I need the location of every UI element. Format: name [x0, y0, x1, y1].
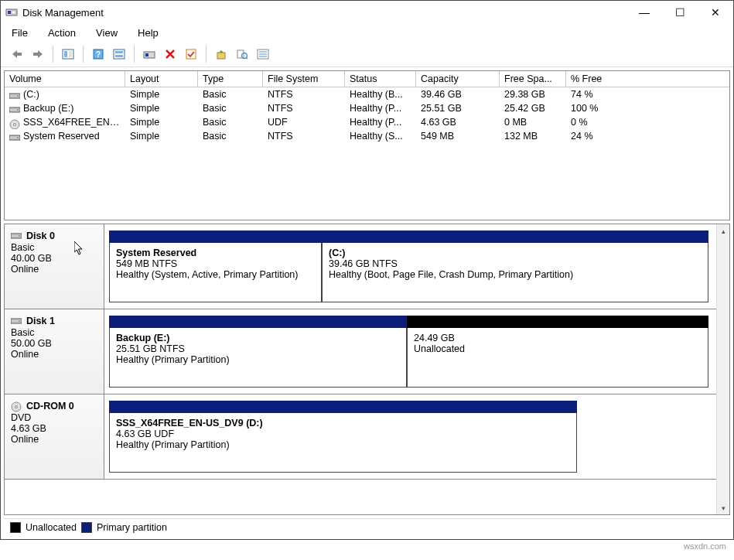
svg-rect-1 [8, 11, 11, 14]
partition-body: 24.49 GBUnallocated [407, 328, 708, 388]
cell-percent: 0 % [566, 115, 617, 129]
partition[interactable]: Backup (E:)25.51 GB NTFSHealthy (Primary… [109, 316, 407, 388]
header-freespace[interactable]: Free Spa... [500, 71, 566, 87]
cell-layout: Simple [125, 87, 198, 101]
disk-row[interactable]: CD-ROM 0DVD4.63 GBOnlineSSS_X64FREE_EN-U… [5, 394, 716, 480]
create-vhd-button[interactable] [213, 46, 230, 63]
cell-type: Basic [198, 115, 263, 129]
header-filesystem[interactable]: File System [263, 71, 345, 87]
disk-layout: Backup (E:)25.51 GB NTFSHealthy (Primary… [104, 309, 716, 394]
disk-info[interactable]: Disk 1Basic50.00 GBOnline [5, 309, 104, 394]
disk-name-label: Disk 0 [26, 230, 55, 241]
disk-size-label: 40.00 GB [11, 253, 97, 264]
partition-size: 4.63 GB UDF [116, 429, 570, 439]
menu-action[interactable]: Action [45, 26, 79, 40]
cell-volume: SSS_X64FREE_EN-... [23, 117, 121, 128]
partition[interactable]: (C:)39.46 GB NTFSHealthy (Boot, Page Fil… [322, 230, 708, 302]
header-type[interactable]: Type [198, 71, 263, 87]
cell-layout: Simple [125, 101, 198, 115]
disk-row[interactable]: Disk 1Basic50.00 GBOnlineBackup (E:)25.5… [5, 309, 716, 394]
partition-header-bar [109, 401, 577, 413]
disk-info[interactable]: CD-ROM 0DVD4.63 GBOnline [5, 394, 104, 479]
table-row[interactable]: (C:)SimpleBasicNTFSHealthy (B...39.46 GB… [5, 87, 729, 101]
refresh-button[interactable] [111, 46, 128, 63]
partition-status: Healthy (Primary Partition) [116, 354, 400, 365]
partition[interactable]: System Reserved549 MB NTFSHealthy (Syste… [109, 230, 322, 302]
svg-text:?: ? [96, 50, 101, 59]
app-icon [5, 6, 18, 19]
help-button[interactable]: ? [90, 46, 107, 63]
settings-button[interactable] [141, 46, 158, 63]
title-bar[interactable]: Disk Management — ☐ ✕ [1, 1, 733, 24]
volume-list[interactable]: Volume Layout Type File System Status Ca… [4, 70, 730, 220]
table-row[interactable]: SSS_X64FREE_EN-...SimpleBasicUDFHealthy … [5, 115, 729, 129]
delete-button[interactable] [162, 46, 179, 63]
forward-button[interactable] [29, 46, 46, 63]
cell-status: Healthy (P... [345, 101, 416, 115]
menu-view[interactable]: View [93, 26, 121, 40]
vertical-scrollbar[interactable]: ▴ ▾ [716, 224, 729, 514]
window-title: Disk Management [22, 7, 626, 19]
legend-swatch-primary [81, 522, 92, 533]
cell-filesystem: NTFS [263, 87, 345, 101]
disc-icon [9, 119, 20, 127]
partition-body: System Reserved549 MB NTFSHealthy (Syste… [109, 243, 322, 302]
legend-swatch-unallocated [10, 522, 21, 533]
header-percent[interactable]: % Free [566, 71, 729, 87]
partition-status: Healthy (Boot, Page File, Crash Dump, Pr… [329, 269, 702, 280]
minimize-button[interactable]: — [626, 1, 662, 24]
svg-rect-2 [12, 11, 15, 14]
header-volume[interactable]: Volume [5, 71, 125, 87]
hdd-icon [11, 231, 23, 241]
toolbar-separator [134, 46, 135, 63]
svg-rect-14 [217, 53, 225, 59]
disk-scroll-area[interactable]: Disk 0Basic40.00 GBOnlineSystem Reserved… [5, 224, 716, 514]
close-button[interactable]: ✕ [698, 1, 733, 24]
svg-point-23 [17, 95, 19, 97]
svg-rect-9 [115, 51, 123, 53]
table-row[interactable]: System ReservedSimpleBasicNTFSHealthy (S… [5, 129, 729, 143]
cell-freespace: 132 MB [500, 129, 566, 143]
partition-header-bar [109, 316, 407, 328]
header-status[interactable]: Status [345, 71, 416, 87]
disk-info[interactable]: Disk 0Basic40.00 GBOnline [5, 224, 104, 309]
list-button[interactable] [254, 46, 271, 63]
svg-rect-4 [64, 51, 67, 57]
watermark: wsxdn.com [0, 540, 734, 551]
table-row[interactable]: Backup (E:)SimpleBasicNTFSHealthy (P...2… [5, 101, 729, 115]
svg-point-25 [17, 109, 19, 111]
header-capacity[interactable]: Capacity [416, 71, 500, 87]
cell-capacity: 549 MB [416, 129, 500, 143]
cell-volume: System Reserved [23, 131, 100, 142]
hdd-icon [9, 133, 20, 141]
cell-filesystem: NTFS [263, 129, 345, 143]
partition-size: 549 MB NTFS [116, 258, 315, 269]
cell-volume: (C:) [23, 89, 39, 100]
cell-capacity: 39.46 GB [416, 87, 500, 101]
header-layout[interactable]: Layout [125, 71, 198, 87]
back-button[interactable] [9, 46, 26, 63]
toolbar-separator [206, 46, 207, 63]
disc-icon [11, 401, 23, 411]
menu-help[interactable]: Help [135, 26, 162, 40]
show-hide-tree-button[interactable] [60, 46, 77, 63]
svg-rect-13 [186, 50, 196, 59]
partition-header-bar [407, 316, 708, 328]
menu-file[interactable]: File [9, 26, 31, 40]
partition-size: 25.51 GB NTFS [116, 343, 400, 354]
maximize-button[interactable]: ☐ [662, 1, 698, 24]
partition-header-bar [322, 230, 708, 243]
disk-row[interactable]: Disk 0Basic40.00 GBOnlineSystem Reserved… [5, 224, 716, 309]
toolbar-separator [53, 46, 53, 63]
partition[interactable]: 24.49 GBUnallocated [407, 316, 708, 388]
scroll-down-button[interactable]: ▾ [717, 501, 729, 514]
check-button[interactable] [183, 46, 200, 63]
svg-rect-12 [145, 53, 149, 56]
disk-size-label: 4.63 GB [11, 423, 97, 434]
hdd-icon [11, 316, 23, 326]
table-body: (C:)SimpleBasicNTFSHealthy (B...39.46 GB… [5, 87, 729, 143]
properties-button[interactable] [234, 46, 251, 63]
svg-rect-10 [115, 55, 123, 57]
scroll-up-button[interactable]: ▴ [717, 224, 729, 237]
partition[interactable]: SSS_X64FREE_EN-US_DV9 (D:)4.63 GB UDFHea… [109, 401, 577, 473]
